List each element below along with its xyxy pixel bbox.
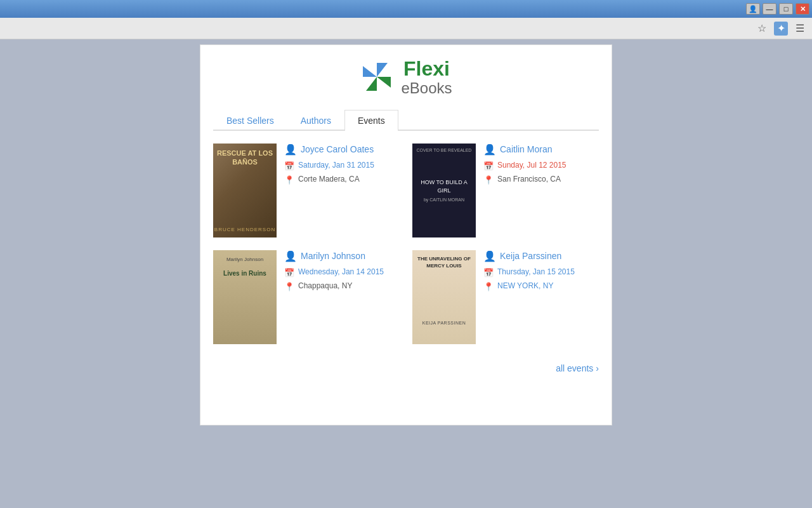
calendar-icon-1: 📅 — [284, 161, 294, 171]
pin-icon-4: 📍 — [483, 282, 494, 291]
person-icon-4: 👤 — [483, 250, 496, 262]
browser-toolbar: ☆ ✦ ☰ — [0, 18, 812, 39]
close-button[interactable]: ✕ — [796, 3, 809, 15]
all-events-label: all events — [556, 363, 593, 373]
author-name-1[interactable]: Joyce Carol Oates — [301, 144, 374, 154]
svg-marker-0 — [363, 66, 377, 77]
event-location-2: San Francisco, CA — [497, 175, 561, 184]
events-grid: 👤 Joyce Carol Oates 📅 Saturday, Jan 31 2… — [200, 131, 612, 357]
book-title-dark: HOW TO BUILD A GIRL — [412, 178, 476, 194]
event-card-2: HOW TO BUILD A GIRL by CAITLIN MORAN 👤 C… — [412, 144, 599, 237]
pin-icon-2: 📍 — [483, 175, 494, 185]
nav-tabs: Best Sellers Authors Events — [213, 110, 599, 131]
all-events-row: all events › — [200, 357, 612, 373]
event-info-2: 👤 Caitlin Moran 📅 Sunday, Jul 12 2015 📍 … — [483, 144, 599, 189]
all-events-link[interactable]: all events › — [556, 363, 599, 373]
book-cover-1[interactable] — [213, 144, 277, 237]
logo-svg — [360, 60, 395, 95]
tab-authors[interactable]: Authors — [287, 110, 344, 131]
event-info-4: 👤 Keija Parssinen 📅 Thursday, Jan 15 201… — [483, 250, 599, 295]
pin-icon-1: 📍 — [284, 175, 294, 185]
event-date-detail-2: 📅 Sunday, Jul 12 2015 — [483, 161, 599, 171]
svg-marker-3 — [366, 77, 377, 91]
logo-area: Flexi eBooks — [200, 45, 612, 104]
tab-bestsellers[interactable]: Best Sellers — [213, 110, 287, 131]
window-controls: 👤 — □ ✕ — [746, 3, 809, 15]
event-date-detail-4: 📅 Thursday, Jan 15 2015 — [483, 267, 599, 277]
logo-flexi: Flexi — [401, 58, 452, 80]
event-card-1: 👤 Joyce Carol Oates 📅 Saturday, Jan 31 2… — [213, 144, 400, 237]
calendar-icon-3: 📅 — [284, 268, 294, 277]
logo-container: Flexi eBooks — [360, 58, 452, 97]
event-location-1: Corte Madera, CA — [298, 175, 360, 184]
author-name-2[interactable]: Caitlin Moran — [500, 144, 552, 154]
calendar-icon-4: 📅 — [483, 268, 494, 277]
extension-icon[interactable]: ✦ — [774, 22, 788, 36]
event-date-1: Saturday, Jan 31 2015 — [298, 161, 374, 170]
event-author-3: 👤 Marilyn Johnson — [284, 250, 400, 262]
chevron-right-icon: › — [596, 363, 599, 373]
event-author-2: 👤 Caitlin Moran — [483, 144, 599, 156]
event-location-detail-4: 📍 NEW YORK, NY — [483, 281, 599, 291]
page-wrapper: Flexi eBooks Best Sellers Authors Events… — [200, 44, 612, 425]
event-location-4: NEW YORK, NY — [497, 281, 553, 290]
event-date-detail-3: 📅 Wednesday, Jan 14 2015 — [284, 267, 400, 277]
logo-ebooks: eBooks — [401, 80, 452, 97]
event-author-4: 👤 Keija Parssinen — [483, 250, 599, 262]
calendar-icon-2: 📅 — [483, 161, 494, 171]
maximize-button[interactable]: □ — [779, 3, 793, 15]
user-button[interactable]: 👤 — [746, 3, 760, 15]
minimize-button[interactable]: — — [763, 3, 776, 15]
event-author-1: 👤 Joyce Carol Oates — [284, 144, 400, 156]
event-card-3: 👤 Marilyn Johnson 📅 Wednesday, Jan 14 20… — [213, 250, 400, 344]
person-icon-3: 👤 — [284, 250, 297, 262]
tab-events[interactable]: Events — [344, 110, 398, 131]
event-date-2: Sunday, Jul 12 2015 — [497, 161, 566, 170]
person-icon-1: 👤 — [284, 144, 297, 156]
star-icon[interactable]: ☆ — [755, 22, 769, 36]
logo-text: Flexi eBooks — [401, 58, 452, 97]
author-name-3[interactable]: Marilyn Johnson — [301, 251, 365, 261]
menu-icon[interactable]: ☰ — [793, 22, 807, 36]
event-date-3: Wednesday, Jan 14 2015 — [298, 267, 384, 276]
event-location-detail-3: 📍 Chappaqua, NY — [284, 281, 400, 291]
event-card-4: 👤 Keija Parssinen 📅 Thursday, Jan 15 201… — [412, 250, 599, 344]
svg-marker-2 — [377, 77, 391, 88]
event-info-3: 👤 Marilyn Johnson 📅 Wednesday, Jan 14 20… — [284, 250, 400, 295]
event-date-detail-1: 📅 Saturday, Jan 31 2015 — [284, 161, 400, 171]
book-author-dark: by CAITLIN MORAN — [424, 197, 464, 202]
book-cover-2[interactable]: HOW TO BUILD A GIRL by CAITLIN MORAN — [412, 144, 476, 237]
browser-titlebar: 👤 — □ ✕ — [0, 0, 812, 18]
book-cover-2-inner: HOW TO BUILD A GIRL by CAITLIN MORAN — [412, 144, 476, 237]
event-location-detail-1: 📍 Corte Madera, CA — [284, 175, 400, 185]
event-location-detail-2: 📍 San Francisco, CA — [483, 175, 599, 185]
event-info-1: 👤 Joyce Carol Oates 📅 Saturday, Jan 31 2… — [284, 144, 400, 189]
event-date-4: Thursday, Jan 15 2015 — [497, 267, 575, 276]
author-name-4[interactable]: Keija Parssinen — [500, 251, 561, 261]
person-icon-2: 👤 — [483, 144, 496, 156]
book-cover-3[interactable] — [213, 250, 277, 344]
book-cover-4[interactable] — [412, 250, 476, 344]
pin-icon-3: 📍 — [284, 282, 294, 291]
svg-marker-1 — [377, 63, 388, 77]
event-location-3: Chappaqua, NY — [298, 281, 352, 290]
